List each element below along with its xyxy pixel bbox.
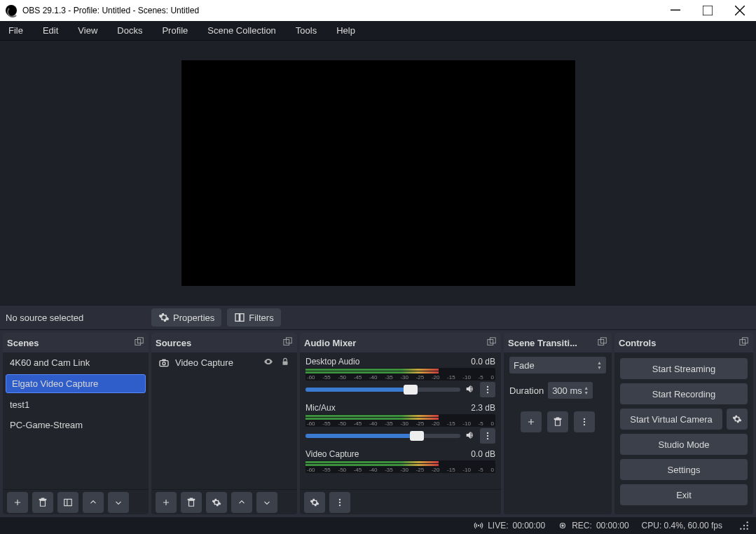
scene-item[interactable]: test1 (3, 395, 149, 415)
svg-point-29 (584, 424, 585, 425)
eye-icon[interactable] (263, 357, 273, 369)
svg-point-11 (163, 362, 165, 364)
transitions-title: Scene Transiti... (508, 338, 577, 348)
menu-profile[interactable]: Profile (159, 24, 191, 37)
audio-channel-db: 0.0 dB (471, 449, 495, 459)
filters-icon (234, 312, 245, 323)
controls-title: Controls (619, 338, 656, 348)
menu-view[interactable]: View (75, 24, 100, 37)
trash-icon (186, 498, 196, 507)
speaker-icon[interactable] (465, 430, 476, 443)
audio-menu-button[interactable] (480, 428, 495, 444)
chevron-down-icon (114, 498, 123, 507)
minimize-button[interactable] (659, 0, 692, 21)
exit-button[interactable]: Exit (620, 484, 748, 505)
transition-selected-label: Fade (514, 360, 535, 371)
spin-arrows-icon: ▲▼ (584, 385, 589, 395)
source-item[interactable]: Video Capture (151, 352, 297, 373)
menu-help[interactable]: Help (334, 24, 358, 37)
maximize-button[interactable] (692, 0, 724, 21)
chevron-up-icon (88, 498, 98, 507)
popout-icon[interactable] (135, 337, 144, 349)
start-recording-button[interactable]: Start Recording (620, 383, 748, 404)
scene-filters-button[interactable] (57, 492, 78, 513)
audio-channel-db: 0.0 dB (471, 357, 495, 367)
audio-meter: -60-55-50-45-40-35-30-25-20-15-10-50 (305, 460, 495, 473)
transition-select[interactable]: Fade ▲▼ (509, 357, 606, 374)
controls-body: Start Streaming Start Recording Start Vi… (614, 352, 753, 514)
source-properties-button[interactable] (206, 492, 227, 513)
svg-point-32 (478, 525, 479, 526)
chevron-down-icon (262, 498, 272, 507)
popout-icon[interactable] (487, 337, 497, 349)
scene-item[interactable]: 4K60 and Cam Link (3, 352, 149, 373)
settings-button[interactable]: Settings (620, 459, 748, 480)
preview-canvas[interactable] (181, 60, 575, 286)
status-live: LIVE: 00:00:00 (474, 521, 545, 530)
window-title: OBS 29.1.3 - Profile: Untitled - Scenes:… (22, 6, 199, 15)
audio-channel: Desktop Audio0.0 dB-60-55-50-45-40-35-30… (300, 352, 501, 399)
chevron-up-icon (237, 498, 247, 507)
audio-menu-button[interactable] (480, 382, 495, 397)
advanced-audio-button[interactable] (304, 492, 325, 513)
scenes-dock: Scenes 4K60 and Cam LinkElgato Video Cap… (3, 333, 149, 514)
menu-scene-collection[interactable]: Scene Collection (205, 24, 279, 37)
studio-mode-button[interactable]: Studio Mode (620, 434, 748, 455)
filters-button[interactable]: Filters (227, 308, 280, 327)
svg-point-37 (747, 525, 748, 526)
transitions-body: Fade ▲▼ Duration 300 ms ▲▼ (504, 352, 612, 514)
duration-label: Duration (509, 385, 544, 396)
add-source-button[interactable] (156, 492, 177, 513)
svg-point-38 (740, 528, 741, 530)
dots-vertical-icon (483, 431, 493, 441)
plus-icon (526, 417, 536, 427)
duration-spinbox[interactable]: 300 ms ▲▼ (548, 382, 593, 399)
lock-icon[interactable] (280, 357, 290, 369)
source-down-button[interactable] (256, 492, 277, 513)
audio-channel-name: Video Capture (305, 449, 359, 459)
cpu-text: CPU: 0.4%, 60.00 fps (642, 521, 722, 530)
scene-item[interactable]: PC-Game-Stream (3, 415, 149, 435)
gear-icon (310, 498, 319, 507)
start-virtual-camera-button[interactable]: Start Virtual Camera (620, 409, 722, 430)
menu-edit[interactable]: Edit (40, 24, 61, 37)
popout-icon[interactable] (283, 337, 293, 349)
speaker-icon[interactable] (465, 383, 476, 397)
obs-logo-icon (6, 5, 17, 16)
resize-grip-icon[interactable] (739, 521, 749, 530)
menu-file[interactable]: File (6, 24, 26, 37)
remove-transition-button[interactable] (547, 411, 568, 432)
source-up-button[interactable] (231, 492, 252, 513)
add-transition-button[interactable] (521, 411, 542, 432)
audio-mixer-title: Audio Mixer (304, 338, 356, 348)
audio-menu-button[interactable] (329, 492, 350, 513)
add-scene-button[interactable] (7, 492, 28, 513)
scene-item[interactable]: Elgato Video Capture (6, 374, 146, 393)
svg-point-22 (339, 498, 341, 500)
properties-button[interactable]: Properties (151, 308, 221, 327)
close-button[interactable] (724, 0, 756, 21)
volume-slider[interactable] (305, 434, 460, 438)
remove-scene-button[interactable] (32, 492, 53, 513)
svg-point-28 (584, 421, 585, 423)
transition-menu-button[interactable] (574, 411, 595, 432)
scene-up-button[interactable] (83, 492, 104, 513)
svg-rect-12 (162, 359, 165, 360)
menu-docks[interactable]: Docks (114, 24, 145, 37)
gear-icon (212, 498, 221, 507)
gear-icon (732, 414, 742, 424)
sources-dock: Sources Video Capture (151, 333, 297, 514)
popout-icon[interactable] (598, 337, 607, 349)
status-cpu: CPU: 0.4%, 60.00 fps (642, 521, 722, 530)
svg-point-34 (561, 524, 564, 527)
scene-down-button[interactable] (108, 492, 129, 513)
volume-slider[interactable] (305, 388, 460, 392)
transitions-dock: Scene Transiti... Fade ▲▼ Duration 300 m… (504, 333, 612, 514)
record-icon (558, 521, 568, 530)
menu-tools[interactable]: Tools (293, 24, 319, 37)
start-streaming-button[interactable]: Start Streaming (620, 358, 748, 379)
virtual-camera-settings-button[interactable] (727, 409, 748, 430)
remove-source-button[interactable] (181, 492, 202, 513)
menubar: File Edit View Docks Profile Scene Colle… (0, 21, 756, 41)
popout-icon[interactable] (739, 337, 749, 349)
